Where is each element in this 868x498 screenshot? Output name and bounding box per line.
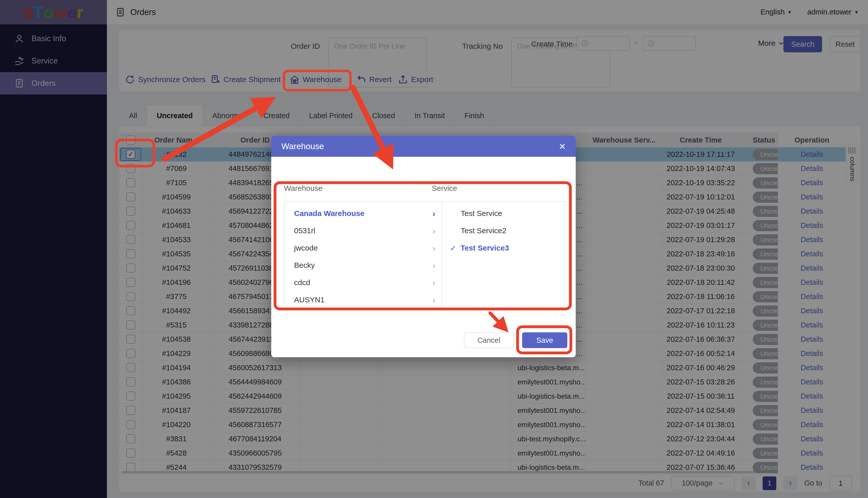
- service-option[interactable]: Test Service: [442, 205, 564, 222]
- service-option-label: Test Service2: [460, 226, 506, 235]
- service-list: Test ServiceTest Service2✓Test Service3: [442, 202, 564, 309]
- modal-service-label: Service: [432, 184, 457, 193]
- modal-warehouse-label: Warehouse: [284, 184, 322, 193]
- chevron-right-icon: ›: [432, 278, 435, 288]
- chevron-right-icon: ›: [432, 243, 435, 253]
- warehouse-option[interactable]: cdcd›: [284, 274, 442, 291]
- check-icon: ✓: [450, 244, 456, 252]
- close-icon[interactable]: ×: [559, 141, 565, 152]
- warehouse-option[interactable]: Becky›: [284, 257, 442, 274]
- warehouse-option-label: Becky: [294, 261, 315, 270]
- service-option[interactable]: Test Service2: [442, 222, 564, 239]
- warehouse-option[interactable]: 0531rl›: [284, 222, 442, 239]
- warehouse-option[interactable]: Canada Warehouse›: [284, 205, 442, 222]
- warehouse-list: Canada Warehouse›0531rl›jwcode›Becky›cdc…: [284, 202, 442, 309]
- chevron-right-icon: ›: [432, 295, 435, 305]
- save-button[interactable]: Save: [522, 332, 567, 348]
- chevron-right-icon: ›: [432, 260, 435, 270]
- modal-title: Warehouse: [281, 142, 324, 151]
- chevron-right-icon: ›: [432, 209, 435, 219]
- modal-header: Warehouse ×: [271, 136, 576, 157]
- warehouse-option-label: cdcd: [294, 278, 310, 287]
- service-option-label: Test Service: [460, 209, 502, 218]
- warehouse-option-label: AUSYN1: [294, 296, 324, 304]
- service-option[interactable]: ✓Test Service3: [442, 239, 564, 257]
- cancel-button[interactable]: Cancel: [464, 332, 514, 348]
- warehouse-option-label: 0531rl: [294, 226, 315, 235]
- chevron-right-icon: ›: [432, 226, 435, 236]
- warehouse-modal: Warehouse × Warehouse Service Canada War…: [271, 136, 576, 357]
- warehouse-option[interactable]: jwcode›: [284, 239, 442, 257]
- warehouse-option-label: jwcode: [294, 244, 318, 252]
- warehouse-option-label: Canada Warehouse: [294, 209, 364, 218]
- warehouse-option[interactable]: AUSYN1›: [284, 291, 442, 309]
- warehouse-service-picker: Canada Warehouse›0531rl›jwcode›Becky›cdc…: [284, 201, 565, 309]
- service-option-label: Test Service3: [460, 244, 509, 252]
